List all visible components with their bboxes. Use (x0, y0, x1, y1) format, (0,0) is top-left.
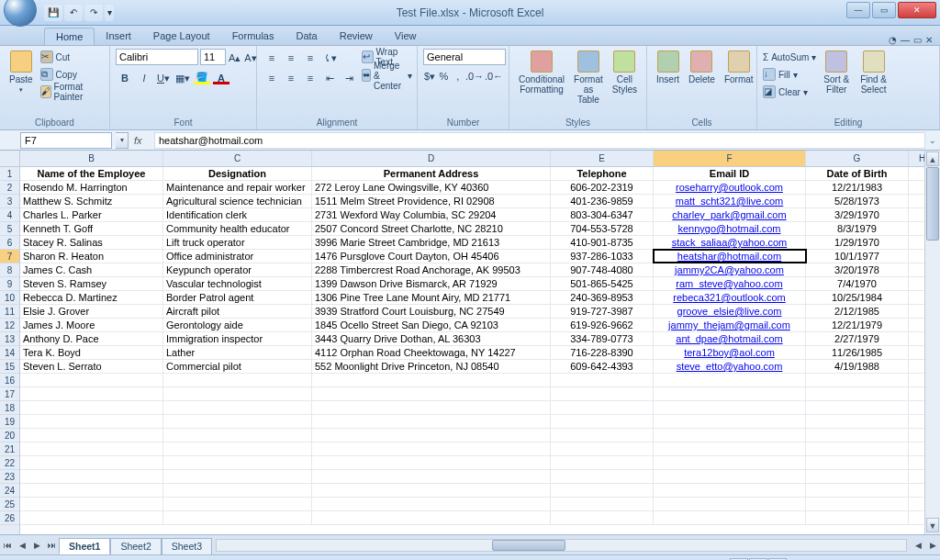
cell-H6[interactable] (909, 236, 924, 249)
cell-B8[interactable]: James C. Cash (20, 263, 163, 276)
cell-H9[interactable] (909, 277, 924, 290)
row-header-6[interactable]: 6 (0, 236, 19, 250)
cell-B6[interactable]: Stacey R. Salinas (20, 236, 163, 249)
cell-E15[interactable]: 609-642-4393 (551, 360, 654, 373)
cell-C24[interactable] (163, 484, 312, 497)
cell-H25[interactable] (909, 498, 924, 510)
cell-D9[interactable]: 1399 Dawson Drive Bismarck, AR 71929 (312, 277, 551, 290)
column-header-E[interactable]: E (551, 151, 654, 166)
cell-C22[interactable] (163, 456, 312, 469)
cell-E22[interactable] (551, 456, 654, 469)
cell-C26[interactable] (163, 511, 312, 524)
cell-C25[interactable] (163, 498, 312, 510)
cell-H20[interactable] (909, 429, 924, 442)
underline-button[interactable]: U▾ (154, 69, 173, 87)
format-painter-button[interactable]: 🖌Format Painter (40, 84, 104, 100)
sheet-tab-sheet3[interactable]: Sheet3 (162, 538, 212, 554)
cell-C6[interactable]: Lift truck operator (163, 236, 312, 249)
cell-E10[interactable]: 240-369-8953 (551, 291, 654, 304)
tab-nav-next-icon[interactable]: ▶ (29, 538, 44, 553)
cell-F12[interactable]: jammy_thejam@gmail.com (654, 319, 806, 331)
column-header-F[interactable]: F (654, 151, 806, 166)
cell-D1[interactable]: Permanent Address (312, 167, 551, 180)
cell-F9[interactable]: ram_steve@yahoo.com (654, 277, 806, 290)
cell-B13[interactable]: Anthony D. Pace (20, 332, 163, 345)
cell-D19[interactable] (312, 415, 551, 428)
clear-button[interactable]: ◪Clear▾ (763, 84, 816, 100)
minimize-ribbon-icon[interactable]: ◔ (889, 35, 897, 45)
sheet-tab-sheet2[interactable]: Sheet2 (110, 538, 161, 554)
cell-D6[interactable]: 3996 Marie Street Cambridge, MD 21613 (312, 236, 551, 249)
cell-F16[interactable] (654, 374, 806, 386)
cell-F21[interactable] (654, 442, 806, 455)
cell-G5[interactable]: 8/3/1979 (806, 222, 909, 235)
insert-cells-button[interactable]: Insert (653, 49, 683, 117)
decrease-indent-button[interactable]: ⇤ (320, 69, 339, 87)
comma-format-button[interactable]: , (452, 67, 464, 85)
cell-G10[interactable]: 10/25/1984 (806, 291, 909, 304)
font-name-select[interactable] (116, 49, 198, 65)
border-button[interactable]: ▦▾ (173, 69, 192, 87)
cell-G24[interactable] (806, 484, 909, 497)
cell-E1[interactable]: Telephone (551, 167, 654, 180)
cell-B24[interactable] (20, 484, 163, 497)
row-header-11[interactable]: 11 (0, 305, 19, 319)
cell-D23[interactable] (312, 470, 551, 483)
cell-C21[interactable] (163, 442, 312, 455)
cell-styles-button[interactable]: Cell Styles (609, 49, 641, 117)
cell-E7[interactable]: 937-286-1033 (551, 250, 654, 263)
tab-nav-prev-icon[interactable]: ◀ (15, 538, 29, 553)
cell-D21[interactable] (312, 442, 551, 455)
cell-C17[interactable] (163, 387, 312, 400)
bold-button[interactable]: B (116, 69, 134, 87)
row-header-9[interactable]: 9 (0, 277, 19, 291)
cell-H19[interactable] (909, 415, 924, 428)
tab-nav-first-icon[interactable]: ⏮ (0, 538, 15, 553)
cell-F1[interactable]: Email ID (654, 167, 806, 180)
shrink-font-button[interactable]: A▾ (243, 49, 257, 67)
maximize-button[interactable]: ▭ (872, 2, 896, 18)
cell-C2[interactable]: Maintenance and repair worker (163, 181, 312, 194)
cell-C19[interactable] (163, 415, 312, 428)
cell-C10[interactable]: Border Patrol agent (163, 291, 312, 304)
cell-C14[interactable]: Lather (163, 346, 312, 359)
cell-C20[interactable] (163, 429, 312, 442)
cell-G9[interactable]: 7/4/1970 (806, 277, 909, 290)
minimize-button[interactable]: — (846, 2, 870, 18)
cell-E26[interactable] (551, 511, 654, 524)
cell-G21[interactable] (806, 442, 909, 455)
cell-F24[interactable] (654, 484, 806, 497)
select-all-corner[interactable] (0, 151, 19, 167)
row-header-1[interactable]: 1 (0, 167, 19, 181)
increase-indent-button[interactable]: ⇥ (340, 69, 358, 87)
cell-E25[interactable] (551, 498, 654, 510)
merge-center-button[interactable]: ⬌Merge & Center▾ (362, 67, 412, 84)
fx-icon[interactable]: fx (134, 135, 149, 146)
cell-B3[interactable]: Matthew S. Schmitz (20, 195, 163, 207)
orientation-button[interactable]: ⤹▾ (320, 49, 339, 67)
cell-H14[interactable] (909, 346, 924, 359)
scroll-thumb[interactable] (926, 167, 939, 241)
ribbon-minimize-icon[interactable]: — (901, 35, 910, 45)
cell-B21[interactable] (20, 442, 163, 455)
cell-B18[interactable] (20, 401, 163, 414)
row-header-12[interactable]: 12 (0, 319, 19, 332)
cell-G3[interactable]: 5/28/1973 (806, 195, 909, 207)
row-header-24[interactable]: 24 (0, 484, 19, 498)
cell-D17[interactable] (312, 387, 551, 400)
row-header-15[interactable]: 15 (0, 360, 19, 374)
ribbon-tab-view[interactable]: View (384, 28, 428, 45)
cell-E24[interactable] (551, 484, 654, 497)
cell-B1[interactable]: Name of the Employee (20, 167, 163, 180)
row-header-3[interactable]: 3 (0, 195, 19, 208)
cell-F19[interactable] (654, 415, 806, 428)
hscroll-left-icon[interactable]: ◀ (911, 538, 925, 553)
cell-B26[interactable] (20, 511, 163, 524)
cell-B11[interactable]: Elsie J. Grover (20, 305, 163, 318)
cell-C8[interactable]: Keypunch operator (163, 263, 312, 276)
cell-G23[interactable] (806, 470, 909, 483)
cell-D3[interactable]: 1511 Melm Street Providence, RI 02908 (312, 195, 551, 207)
cell-B17[interactable] (20, 387, 163, 400)
row-header-10[interactable]: 10 (0, 291, 19, 305)
name-box[interactable]: F7 (20, 132, 112, 149)
